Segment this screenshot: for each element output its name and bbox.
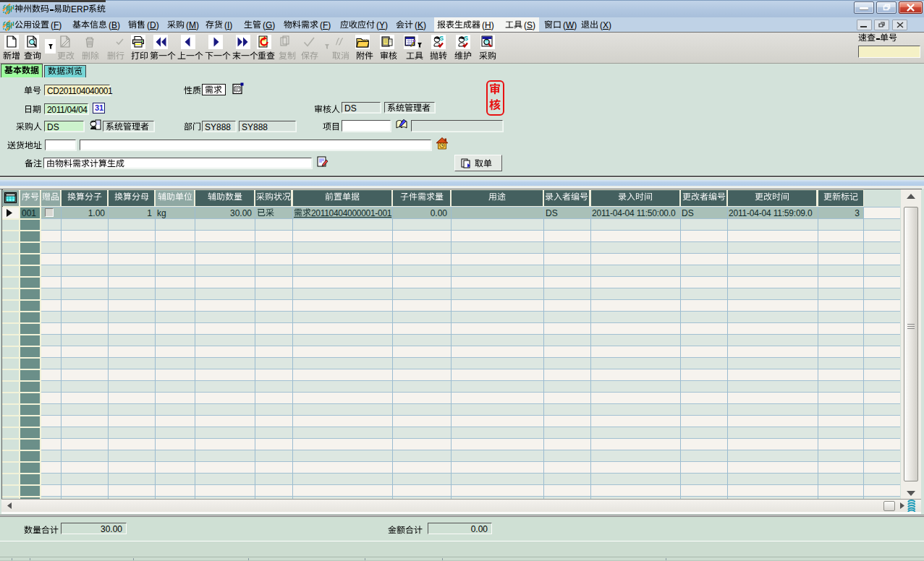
svg-text:S: S [439,35,444,42]
svg-text:S: S [464,35,468,42]
